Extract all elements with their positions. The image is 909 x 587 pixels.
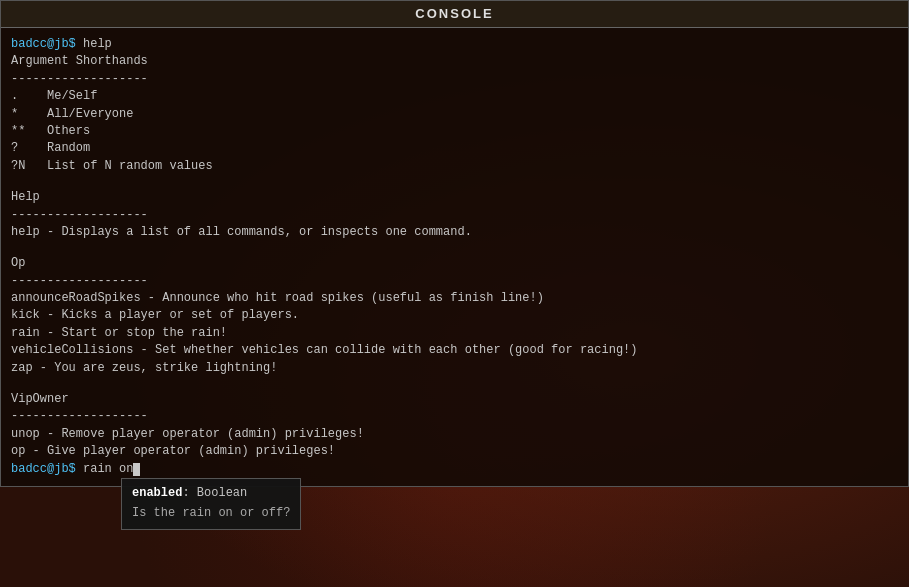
cursor: [133, 463, 140, 476]
console-text-line: ** Others: [11, 123, 898, 140]
autocomplete-param-line: enabled: Boolean: [132, 485, 290, 502]
console-current-input[interactable]: badcc@jb$ rain on: [11, 461, 898, 478]
console-prompt-line: badcc@jb$ help: [11, 36, 898, 53]
console-empty-line: [11, 377, 898, 391]
console-window: CONSOLE badcc@jb$ helpArgument Shorthand…: [0, 0, 909, 487]
input-text: rain on: [83, 461, 133, 478]
autocomplete-description: Is the rain on or off?: [132, 505, 290, 522]
console-text-line: -------------------: [11, 408, 898, 425]
console-title: CONSOLE: [415, 6, 493, 21]
console-text-line: ? Random: [11, 140, 898, 157]
autocomplete-popup: enabled: BooleanIs the rain on or off?: [121, 478, 301, 530]
console-text-line: * All/Everyone: [11, 106, 898, 123]
autocomplete-type: : Boolean: [182, 486, 247, 500]
console-text-line: announceRoadSpikes - Announce who hit ro…: [11, 290, 898, 307]
console-text-line: VipOwner: [11, 391, 898, 408]
input-prompt: badcc@jb$: [11, 461, 83, 478]
autocomplete-param: enabled: [132, 486, 182, 500]
console-text-line: op - Give player operator (admin) privil…: [11, 443, 898, 460]
console-text-line: -------------------: [11, 273, 898, 290]
console-text-line: -------------------: [11, 71, 898, 88]
console-text-line: rain - Start or stop the rain!: [11, 325, 898, 342]
console-text-line: Op: [11, 255, 898, 272]
console-text-line: ?N List of N random values: [11, 158, 898, 175]
console-text-line: help - Displays a list of all commands, …: [11, 224, 898, 241]
console-text-line: unop - Remove player operator (admin) pr…: [11, 426, 898, 443]
console-empty-line: [11, 175, 898, 189]
console-text-line: -------------------: [11, 207, 898, 224]
console-text-line: Argument Shorthands: [11, 53, 898, 70]
console-title-bar: CONSOLE: [1, 1, 908, 28]
console-text-line: Help: [11, 189, 898, 206]
console-text-line: kick - Kicks a player or set of players.: [11, 307, 898, 324]
console-text-line: vehicleCollisions - Set whether vehicles…: [11, 342, 898, 359]
console-text-line: zap - You are zeus, strike lightning!: [11, 360, 898, 377]
console-empty-line: [11, 241, 898, 255]
console-body[interactable]: badcc@jb$ helpArgument Shorthands-------…: [1, 28, 908, 486]
console-text-line: . Me/Self: [11, 88, 898, 105]
prompt-text: badcc@jb$: [11, 37, 83, 51]
